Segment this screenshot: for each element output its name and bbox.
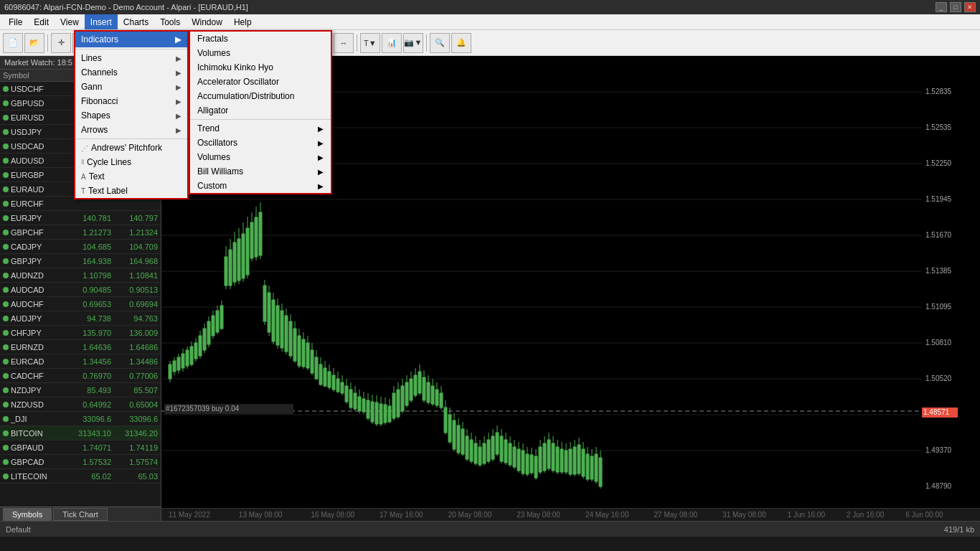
symbol-dot-icon bbox=[3, 100, 9, 106]
symbol-name: EURUSD bbox=[11, 113, 65, 122]
menu-help[interactable]: Help bbox=[228, 14, 258, 29]
text-item[interactable]: AText bbox=[75, 169, 187, 184]
menu-charts[interactable]: Charts bbox=[118, 14, 154, 29]
accelerator-item[interactable]: Accelerator Oscillator bbox=[190, 75, 331, 89]
market-watch-row[interactable]: NZDUSD0.649920.65004 bbox=[0, 397, 161, 412]
fibonacci-item[interactable]: Fibonacci▶ bbox=[75, 94, 187, 108]
arrows-item[interactable]: Arrows▶ bbox=[75, 123, 187, 137]
market-watch-row[interactable]: AUDCAD0.904850.90513 bbox=[0, 283, 161, 297]
symbol-bid: 140.781 bbox=[65, 214, 111, 222]
symbol-ask: 31346.20 bbox=[111, 429, 158, 438]
alerts-btn[interactable]: 🔔 bbox=[451, 33, 471, 53]
market-watch-row[interactable]: LITECOIN65.0265.03 bbox=[0, 469, 161, 484]
market-watch-row[interactable]: GBPAUD1.740711.74119 bbox=[0, 441, 161, 455]
market-watch-row[interactable]: AUDCHF0.696530.69694 bbox=[0, 297, 161, 311]
symbol-ask: 1.10841 bbox=[111, 271, 158, 280]
tab-bar: Symbols Tick Chart bbox=[0, 507, 161, 521]
symbol-ask: 140.797 bbox=[111, 214, 158, 222]
sep bbox=[75, 49, 187, 50]
svg-text:1.52535: 1.52535 bbox=[925, 123, 952, 131]
bill-williams-item[interactable]: Bill Williams▶ bbox=[190, 164, 331, 179]
symbol-ask: 1.74119 bbox=[111, 443, 158, 452]
cycle-lines-item[interactable]: ⦀Cycle Lines bbox=[75, 155, 187, 169]
market-watch-row[interactable]: CADCHF0.769700.77006 bbox=[0, 369, 161, 383]
market-watch-row[interactable]: NZDJPY85.49385.507 bbox=[0, 383, 161, 397]
market-watch-row[interactable]: EURJPY140.781140.797 bbox=[0, 211, 161, 225]
volumes-sub-item[interactable]: Volumes▶ bbox=[190, 150, 331, 164]
symbol-name: EURJPY bbox=[11, 214, 65, 222]
lines-item[interactable]: Lines▶ bbox=[75, 51, 187, 65]
crosshair-btn[interactable]: ✛ bbox=[51, 33, 71, 53]
indicators-item[interactable]: Indicators ▶ bbox=[75, 32, 187, 47]
symbol-ask: 0.65004 bbox=[111, 400, 158, 409]
market-watch-row[interactable]: BITCOIN31343.1031346.20 bbox=[0, 426, 161, 441]
shapes-item[interactable]: Shapes▶ bbox=[75, 108, 187, 123]
symbol-name: CADCHF bbox=[11, 372, 65, 380]
tab-tick-chart[interactable]: Tick Chart bbox=[53, 508, 108, 521]
symbol-name: NZDJPY bbox=[11, 386, 65, 395]
screenshot-btn[interactable]: 📷▼ bbox=[403, 33, 423, 53]
svg-text:1.51945: 1.51945 bbox=[925, 195, 952, 203]
symbol-dot-icon bbox=[3, 459, 9, 465]
symbol-name: AUDCAD bbox=[11, 286, 65, 294]
market-watch-row[interactable]: EURNZD1.646361.64686 bbox=[0, 340, 161, 354]
menu-file[interactable]: File bbox=[3, 14, 28, 29]
market-watch-row[interactable]: _DJI33096.633096.6 bbox=[0, 412, 161, 426]
menu-insert[interactable]: Insert bbox=[85, 14, 118, 29]
andrews-pitchfork-item[interactable]: ⋰Andrews' Pitchfork bbox=[75, 141, 187, 155]
symbol-name: GBPCAD bbox=[11, 458, 65, 466]
symbol-ask: 136.009 bbox=[111, 329, 158, 337]
menu-tools[interactable]: Tools bbox=[154, 14, 186, 29]
indicators-submenu[interactable]: Fractals Volumes Ichimoku Kinko Hyo Acce… bbox=[189, 30, 332, 194]
menu-view[interactable]: View bbox=[55, 14, 85, 29]
symbol-bid: 1.64636 bbox=[65, 343, 111, 352]
volumes-item[interactable]: Volumes bbox=[190, 46, 331, 60]
oscillators-item[interactable]: Oscillators▶ bbox=[190, 136, 331, 150]
open-btn[interactable]: 📂 bbox=[24, 33, 44, 53]
maximize-button[interactable]: □ bbox=[950, 2, 961, 12]
market-watch-row[interactable]: CADJPY104.685104.709 bbox=[0, 240, 161, 254]
symbol-name: BITCOIN bbox=[11, 429, 65, 438]
market-watch-row[interactable]: CHFJPY135.970136.009 bbox=[0, 326, 161, 340]
market-watch-row[interactable]: GBPJPY164.938164.968 bbox=[0, 254, 161, 268]
svg-text:#1672357039 buy 0.04: #1672357039 buy 0.04 bbox=[166, 405, 240, 413]
market-watch-row[interactable]: EURCAD1.344561.34486 bbox=[0, 354, 161, 369]
market-watch-row[interactable]: AUDJPY94.73894.763 bbox=[0, 311, 161, 326]
ichimoku-item[interactable]: Ichimoku Kinko Hyo bbox=[190, 60, 331, 75]
fractals-item[interactable]: Fractals bbox=[190, 32, 331, 46]
alligator-item[interactable]: Alligator bbox=[190, 103, 331, 118]
symbol-dot-icon bbox=[3, 172, 9, 178]
tab-symbols[interactable]: Symbols bbox=[3, 508, 52, 521]
symbol-bid: 0.69653 bbox=[65, 300, 111, 309]
text-label-item[interactable]: TText Label bbox=[75, 184, 187, 198]
market-watch-row[interactable]: GBPCAD1.575321.57574 bbox=[0, 455, 161, 469]
market-watch-row[interactable]: AUDNZD1.107981.10841 bbox=[0, 268, 161, 283]
template-btn[interactable]: T▼ bbox=[360, 33, 380, 53]
search-btn[interactable]: 🔍 bbox=[430, 33, 450, 53]
symbol-dot-icon bbox=[3, 115, 9, 121]
custom-item[interactable]: Custom▶ bbox=[190, 179, 331, 193]
trend-item[interactable]: Trend▶ bbox=[190, 121, 331, 136]
symbol-name: AUDJPY bbox=[11, 314, 65, 323]
symbol-ask: 0.77006 bbox=[111, 372, 158, 380]
symbol-ask: 33096.6 bbox=[111, 415, 158, 423]
auto-scroll-btn[interactable]: ↔ bbox=[334, 33, 354, 53]
symbol-dot-icon bbox=[3, 129, 9, 135]
symbol-ask: 65.03 bbox=[111, 472, 158, 481]
gann-item[interactable]: Gann▶ bbox=[75, 80, 187, 94]
minimize-button[interactable]: _ bbox=[936, 2, 947, 12]
close-button[interactable]: ✕ bbox=[964, 2, 976, 12]
svg-text:1.52250: 1.52250 bbox=[925, 159, 952, 167]
menu-edit[interactable]: Edit bbox=[28, 14, 55, 29]
new-chart-btn[interactable]: 📄 bbox=[3, 33, 23, 53]
accumulation-item[interactable]: Accumulation/Distribution bbox=[190, 89, 331, 103]
symbol-bid: 33096.6 bbox=[65, 415, 111, 423]
title-text: 60986047: Alpari-FCN-Demo - Demo Account… bbox=[4, 3, 248, 11]
insert-menu[interactable]: Indicators ▶ Lines▶ Channels▶ Gann▶ Fibo… bbox=[74, 30, 189, 199]
symbol-name: CADJPY bbox=[11, 242, 65, 251]
indicator-list-btn[interactable]: 📊 bbox=[382, 33, 402, 53]
market-watch-row[interactable]: GBPCHF1.212731.21324 bbox=[0, 225, 161, 240]
menu-window[interactable]: Window bbox=[186, 14, 228, 29]
sep5 bbox=[357, 34, 357, 52]
channels-item[interactable]: Channels▶ bbox=[75, 65, 187, 80]
